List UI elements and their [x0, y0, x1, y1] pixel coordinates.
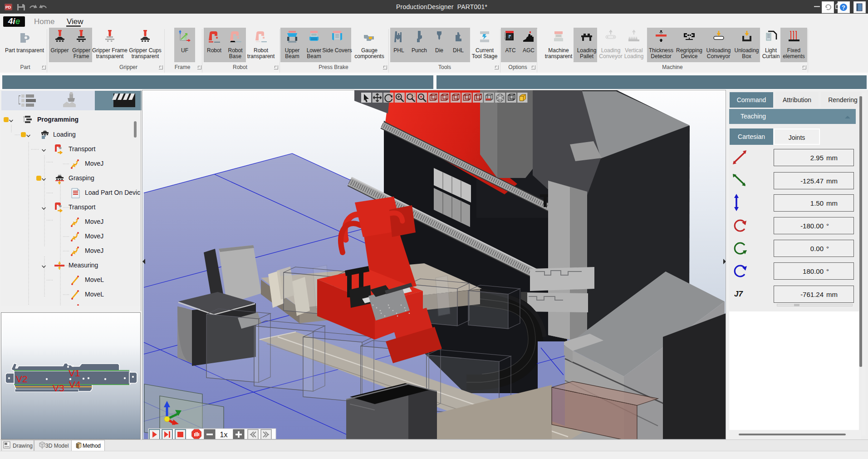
- svg-text:V4: V4: [69, 379, 81, 390]
- svg-text:PD: PD: [5, 5, 11, 10]
- svg-text:V1: V1: [69, 368, 80, 378]
- svg-text:1x: 1x: [220, 431, 228, 439]
- svg-text:?: ?: [842, 4, 845, 11]
- svg-text:V3: V3: [53, 383, 64, 393]
- svg-text:V2: V2: [16, 374, 28, 384]
